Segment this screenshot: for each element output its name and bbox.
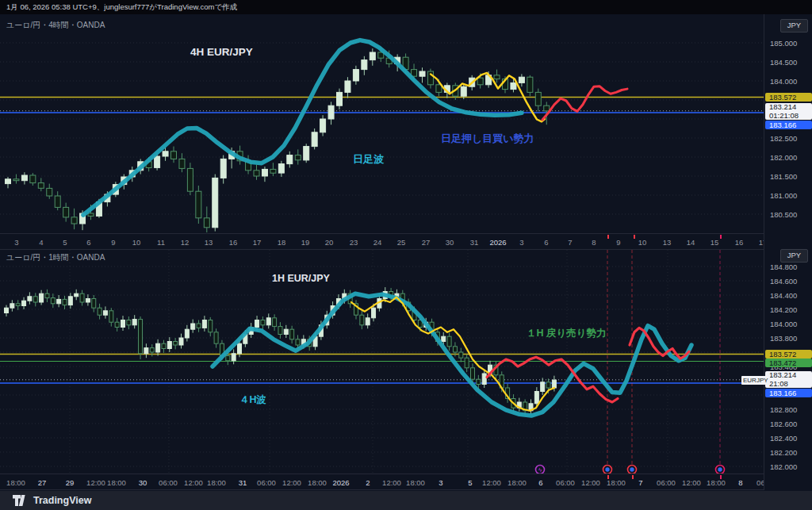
time-tick-label: 06:00 (159, 478, 178, 487)
time-tick-label: 13 (205, 238, 213, 247)
time-tick-label: 31 (470, 238, 479, 247)
time-tick-label: 7 (568, 238, 572, 247)
price-tick-label: 184.000 (770, 77, 797, 86)
chart-text-annotation: 1H EUR/JPY (272, 273, 330, 284)
time-tick-label: 18:00 (207, 478, 226, 487)
time-tick-label: 17 (253, 238, 262, 247)
price-tick-label: 182.500 (770, 134, 797, 143)
time-tick-label: 11 (157, 238, 165, 247)
symbol-price-tag: EURJPY (741, 376, 770, 385)
time-tick-label: 12:00 (581, 478, 600, 487)
time-tick-label: 5 (468, 478, 472, 487)
time-tick-label: 3 (14, 238, 18, 247)
event-tick (634, 235, 635, 239)
time-tick-label: 6 (86, 238, 90, 247)
horizontal-levels (0, 98, 764, 113)
event-tick (720, 235, 722, 239)
currency-tab-jpy-1h[interactable]: JPY (780, 249, 808, 263)
time-tick-label: 06:00 (257, 478, 276, 487)
time-tick-label: 16 (229, 238, 238, 247)
time-tick-label: 10 (132, 238, 141, 247)
candlestick-series (5, 287, 557, 415)
time-tick-label: 12:00 (382, 478, 401, 487)
time-tick-label: 2026 (489, 238, 506, 247)
tradingview-logo-icon[interactable] (13, 495, 28, 506)
price-tick-label: 182.600 (770, 420, 797, 428)
price-tick-label: 184.000 (770, 320, 797, 328)
time-tick-label: 9 (616, 238, 620, 247)
price-level-badge: 183.572 (765, 350, 812, 359)
event-tick (607, 475, 609, 479)
price-level-badge: 183.166 (765, 121, 812, 129)
panel-4h-chart[interactable] (0, 14, 764, 234)
footer-bar: TradingView (0, 491, 812, 510)
price-tick-label: 182.000 (770, 462, 797, 471)
time-tick-label: 8 (738, 478, 742, 487)
chart-text-annotation: 日足押し目買い勢力 (441, 132, 534, 146)
time-tick-label: 12:00 (682, 478, 701, 487)
economic-event-icon[interactable] (603, 466, 612, 474)
price-tick-label: 180.500 (770, 210, 797, 219)
current-price-countdown-badge: 183.21401:21:08 (765, 103, 812, 120)
time-axis-4h[interactable]: 3456910111213161718192023242527303120263… (0, 235, 764, 250)
time-tick-label: 6 (544, 238, 548, 247)
chart-text-annotation: 4H EUR/JPY (190, 46, 253, 58)
time-tick-label: 19 (301, 238, 310, 247)
price-tick-label: 182.200 (770, 448, 797, 457)
time-tick-label: 3 (519, 238, 523, 247)
time-tick-label: 06:00 (657, 478, 676, 487)
time-tick-label: 24 (373, 238, 382, 247)
time-tick-label: 06:00 (556, 478, 575, 487)
event-tick (720, 475, 722, 479)
time-tick-label: 18:00 (707, 478, 726, 487)
time-tick-label: 18:00 (607, 478, 626, 487)
time-tick-label: 13 (663, 238, 672, 247)
panel-separator (0, 233, 764, 234)
price-tick-label: 182.000 (770, 153, 797, 162)
time-tick-label: 20 (325, 238, 334, 247)
time-tick-label: 25 (397, 238, 406, 247)
price-tick-label: 185.000 (770, 39, 797, 48)
time-tick-label: 18:00 (508, 478, 527, 487)
tradingview-wordmark[interactable]: TradingView (33, 495, 91, 506)
chart-text-annotation: ４H波 (239, 393, 266, 407)
currency-tab-jpy-4h[interactable]: JPY (780, 19, 808, 33)
price-tick-label: 181.500 (770, 172, 797, 181)
panel-separator (0, 489, 812, 490)
price-tick-label: 184.200 (770, 305, 797, 314)
panel-separator (0, 249, 764, 250)
time-tick-label: 23 (350, 238, 358, 247)
time-tick-label: 12:00 (282, 478, 301, 487)
time-tick-label: 31 (239, 478, 247, 487)
price-tick-label: 181.000 (770, 191, 797, 200)
time-tick-label: 18:00 (308, 478, 327, 487)
time-tick-label: 30 (139, 478, 147, 487)
price-tick-label: 182.400 (770, 434, 797, 443)
panel-1h-chart[interactable]: ϟ (0, 250, 764, 474)
time-tick-label: 8 (592, 238, 596, 247)
chart-text-annotation: １H 戻り売り勢力 (527, 327, 607, 340)
time-tick-label: 27 (422, 238, 431, 247)
economic-event-icon[interactable] (716, 466, 725, 474)
snapshot-attribution: 1月 06, 2026 05:38 UTC+9、junglesurf777がTr… (6, 2, 237, 11)
economic-event-icon[interactable] (628, 466, 637, 474)
daily-wave-teal-overlay (83, 40, 522, 215)
time-tick-label: 5 (63, 238, 67, 247)
symbol-legend-4h[interactable]: ユーロ/円・4時間・OANDA (6, 20, 105, 31)
price-tick-label: 184.600 (770, 277, 797, 286)
time-tick-label: 10 (638, 238, 647, 247)
chart-text-annotation: 日足波 (353, 152, 384, 167)
time-tick-label: 12:00 (482, 478, 501, 487)
price-level-badge: 183.166 (765, 389, 812, 397)
price-tick-label: 183.800 (770, 334, 797, 343)
flash-event-icon[interactable]: ϟ (536, 466, 545, 474)
symbol-legend-1h[interactable]: ユーロ/円・1時間・OANDA (6, 252, 105, 263)
event-tick (632, 475, 634, 479)
time-tick-label: 6 (538, 478, 542, 487)
time-tick-label: 15 (710, 238, 719, 247)
time-tick-label: 16 (735, 238, 744, 247)
time-axis-1h[interactable]: 18:00272912:0018:003006:0012:0018:003106… (0, 475, 764, 490)
horizontal-levels (0, 355, 764, 384)
time-tick-label: 9 (111, 238, 115, 247)
red-projection-overlay (542, 86, 627, 120)
